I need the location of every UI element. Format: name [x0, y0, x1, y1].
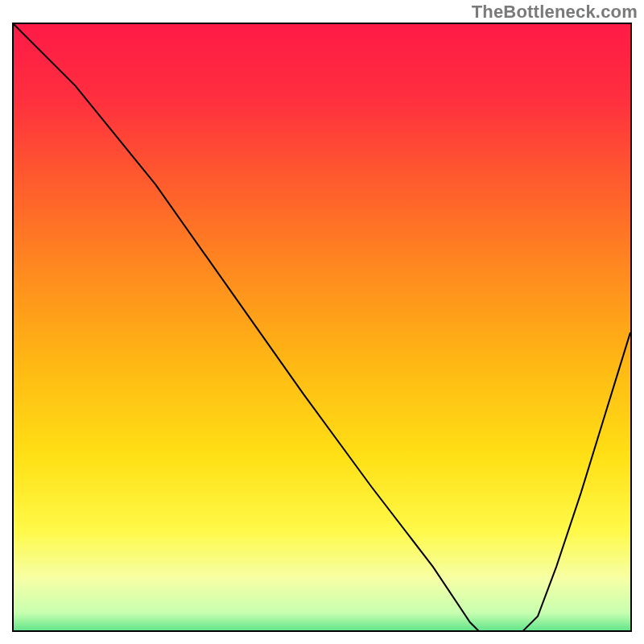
optimal-marker [14, 24, 630, 632]
attribution-text: TheBottleneck.com [472, 2, 638, 23]
plot-area [12, 23, 632, 632]
chart-container: TheBottleneck.com [0, 0, 644, 644]
